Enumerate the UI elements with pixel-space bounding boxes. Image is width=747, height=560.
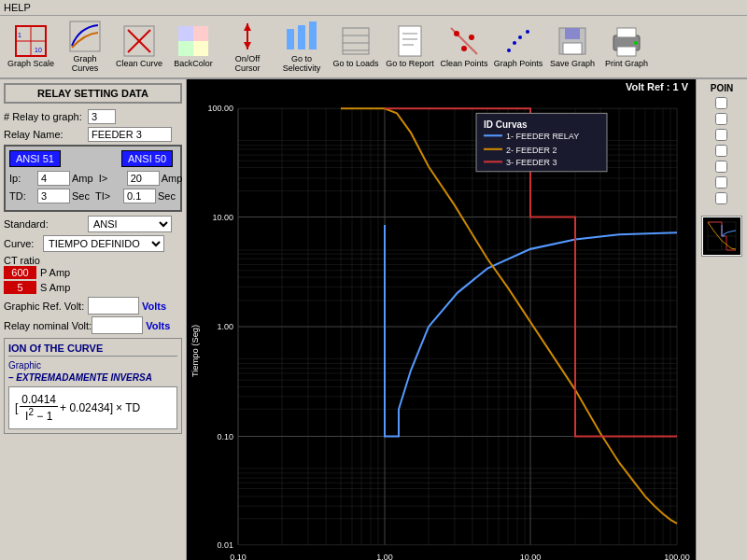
ti-label: TI> [95,190,123,202]
clean-points-icon [447,24,481,58]
svg-text:10.00: 10.00 [520,553,541,560]
i-input[interactable] [127,171,160,186]
panel-title: RELAY SETTING DATA [4,83,182,104]
ip-input[interactable] [37,171,70,186]
graph-points-button[interactable]: Graph Points [491,18,545,76]
td-input[interactable] [37,189,70,203]
svg-point-41 [634,41,638,45]
back-color-icon [176,24,210,58]
svg-marker-15 [244,42,251,49]
save-graph-button[interactable]: Save Graph [545,18,599,76]
go-loads-button[interactable]: Go to Loads [329,18,383,76]
clean-curve-label: Clean Curve [116,60,162,69]
svg-text:1: 1 [18,32,21,38]
i-label: I> [99,173,127,184]
graph-curves-label: Graph Curves [60,55,110,74]
go-selectivity-button[interactable]: Go to Selectivity [275,18,329,76]
back-color-label: BackColor [174,60,213,69]
go-loads-icon [339,24,373,58]
graph-curves-button[interactable]: Graph Curves [58,18,112,76]
svg-marker-14 [244,23,251,31]
preview-thumbnail [701,216,742,257]
ti-input[interactable] [123,189,156,203]
svg-rect-9 [178,26,193,41]
clean-curve-icon [122,24,156,58]
ct-p-value: 600 [4,266,36,279]
graph-points-label: Graph Points [494,60,543,69]
checkbox-5[interactable] [715,161,729,173]
help-menu[interactable]: HELP [4,2,31,13]
td-label: TD: [9,190,37,202]
svg-rect-36 [565,28,580,39]
curve-select[interactable]: TIEMPO DEFINIDO [43,235,164,252]
go-selectivity-label: Go to Selectivity [276,55,327,74]
td-row: TD: Sec TI> Sec [9,189,176,203]
checkbox-6[interactable] [715,176,729,189]
go-report-label: Go to Report [386,60,434,69]
graph-scale-icon: 110 [14,24,48,58]
left-panel: RELAY SETTING DATA # Relay to graph: Rel… [0,79,187,560]
ansi51-label: ANSI 51 [9,150,61,167]
toolbar: 110 Graph Scale Graph Curves Clean Curve… [0,16,747,79]
graphic-ref-volt-row: Graphic Ref. Volt: Volts [4,297,182,315]
svg-rect-40 [617,47,636,56]
svg-rect-23 [399,26,421,56]
td-unit: Sec [72,190,90,202]
ip-unit: Amp [72,173,93,184]
curve-row: Curve: TIEMPO DEFINIDO [4,235,182,252]
checkbox-2[interactable] [715,113,729,125]
svg-text:1- FEEDER RELAY: 1- FEEDER RELAY [506,132,579,141]
relay-nom-volt-input[interactable] [92,316,143,334]
graphic-label: Graphic [8,360,177,371]
graphic-ref-volt-input[interactable] [88,297,139,315]
svg-point-31 [507,49,511,52]
svg-text:3- FEEDER 3: 3- FEEDER 3 [506,158,557,167]
print-graph-button[interactable]: Print Graph [599,18,654,76]
on-off-cursor-icon [231,20,264,53]
right-panel-label: POIN [711,83,733,93]
svg-rect-11 [178,41,193,56]
graph-scale-label: Graph Scale [7,60,54,69]
ansi-section: ANSI 51 ANSI 50 Ip: Amp I> Amp TD: Sec T… [4,145,182,212]
clean-curve-button[interactable]: Clean Curve [112,18,166,76]
curve-label: Curve: [4,238,43,249]
standard-select[interactable]: ANSI [88,216,172,232]
relay-name-input[interactable] [88,127,172,142]
chart-area: Volt Ref : 1 V [187,79,696,560]
svg-text:100.00: 100.00 [664,553,689,560]
checkbox-3[interactable] [715,129,729,141]
relay-to-graph-row: # Relay to graph: [4,109,182,124]
svg-rect-16 [287,29,294,49]
relay-to-graph-label: # Relay to graph: [4,111,88,122]
relay-to-graph-input[interactable] [88,109,116,124]
svg-text:1.00: 1.00 [376,553,392,560]
svg-rect-17 [298,25,305,49]
on-off-cursor-button[interactable]: On/Off Cursor [220,18,275,76]
go-loads-label: Go to Loads [332,60,378,69]
svg-point-33 [518,35,522,39]
equation-subtitle: – EXTREMADAMENTE INVERSA [8,372,177,383]
go-report-button[interactable]: Go to Report [383,18,437,76]
standard-row: Standard: ANSI [4,216,182,232]
svg-text:0.10: 0.10 [218,431,233,441]
svg-text:0.01: 0.01 [218,540,233,550]
graph-curves-icon [68,20,102,53]
ip-row: Ip: Amp I> Amp [9,171,176,186]
checkbox-1[interactable] [715,97,729,109]
back-color-button[interactable]: BackColor [166,18,220,76]
go-selectivity-icon [285,20,318,53]
ct-s-unit: S Amp [40,282,70,293]
chart-svg: 100.00 10.00 1.00 0.10 0.01 0.10 1.00 10… [187,79,696,560]
graph-scale-button[interactable]: 110 Graph Scale [4,18,58,76]
equation-title: ION Of THE CURVE [8,343,177,357]
svg-rect-42 [187,79,696,560]
clean-points-button[interactable]: Clean Points [437,18,491,76]
checkbox-7[interactable] [715,192,729,204]
svg-rect-39 [617,28,636,37]
checkbox-4[interactable] [715,145,729,157]
relay-nom-volt-row: Relay nominal Volt: Volts [4,316,182,334]
save-graph-icon [556,24,589,58]
main-content: RELAY SETTING DATA # Relay to graph: Rel… [0,79,747,560]
svg-point-29 [461,46,467,51]
svg-text:10.00: 10.00 [213,213,233,222]
